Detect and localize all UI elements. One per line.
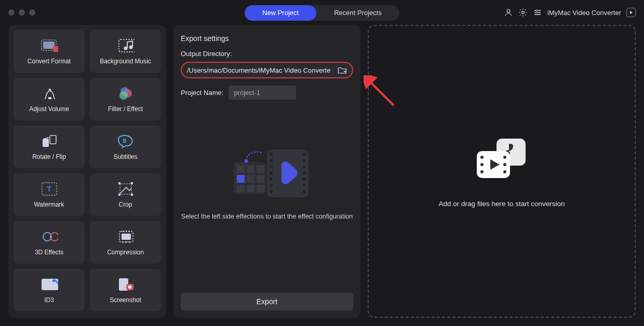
- tile-screenshot[interactable]: Screenshot: [90, 269, 161, 311]
- svg-point-63: [480, 170, 484, 173]
- tile-label: Screenshot: [110, 296, 141, 304]
- svg-point-58: [245, 159, 248, 163]
- tile-subtitles[interactable]: S Subtitles: [90, 126, 161, 168]
- svg-point-0: [507, 9, 510, 12]
- tile-label: Subtitles: [113, 153, 137, 160]
- tile-filter-effect[interactable]: Filter / Effect: [90, 78, 161, 120]
- output-directory-field[interactable]: /Users/mac/Documents/iMyMac Video Conver…: [181, 62, 353, 78]
- titlebar: New Project Recent Projects iMyMac Video…: [0, 0, 644, 25]
- svg-rect-38: [270, 178, 273, 181]
- tile-id3[interactable]: ID3: [14, 269, 85, 311]
- app-title: iMyMac Video Converter: [547, 9, 621, 17]
- svg-rect-36: [270, 165, 273, 168]
- file-drop-zone[interactable]: Add or drag files here to start conversi…: [368, 25, 636, 318]
- svg-rect-3: [43, 42, 55, 49]
- svg-point-9: [45, 98, 46, 99]
- titlebar-right: iMyMac Video Converter: [504, 8, 636, 17]
- svg-point-65: [503, 163, 506, 166]
- tile-label: Convert Format: [28, 58, 71, 65]
- tile-crop[interactable]: Crop: [90, 173, 161, 216]
- svg-rect-45: [303, 178, 305, 181]
- tile-label: 3D Effects: [35, 249, 63, 256]
- window-controls: [8, 9, 35, 16]
- svg-rect-21: [131, 182, 133, 184]
- project-tabs: New Project Recent Projects: [245, 5, 399, 21]
- rotate-flip-icon: [41, 133, 58, 149]
- tile-convert-format[interactable]: Convert Format: [14, 30, 85, 73]
- drop-zone-hint: Add or drag files here to start conversi…: [438, 200, 565, 208]
- tab-recent-projects[interactable]: Recent Projects: [316, 5, 399, 21]
- tile-adjust-volume[interactable]: Adjust Volume: [14, 78, 85, 120]
- svg-rect-14: [43, 139, 49, 147]
- svg-point-32: [128, 286, 131, 289]
- tile-label: Crop: [118, 201, 132, 208]
- tile-label: Filter / Effect: [108, 105, 143, 113]
- tile-rotate-flip[interactable]: Rotate / Flip: [14, 126, 85, 168]
- tab-new-project[interactable]: New Project: [245, 5, 316, 21]
- tile-label: Adjust Volume: [29, 105, 69, 113]
- tile-label: Watermark: [34, 201, 64, 208]
- id3-icon: [41, 277, 58, 292]
- svg-rect-46: [303, 184, 305, 187]
- minimize-window-button[interactable]: [19, 9, 25, 16]
- menu-icon[interactable]: [533, 8, 542, 17]
- watermark-icon: T: [41, 181, 58, 197]
- svg-point-64: [503, 156, 506, 159]
- svg-point-62: [480, 163, 484, 166]
- tile-background-music[interactable]: Background Music: [90, 30, 161, 73]
- svg-point-29: [52, 280, 55, 282]
- background-music-icon: [117, 38, 135, 53]
- 3d-effects-icon: [41, 229, 58, 244]
- svg-point-61: [480, 156, 484, 159]
- tile-compression[interactable]: Compression: [90, 221, 161, 264]
- svg-rect-56: [257, 185, 264, 193]
- account-icon[interactable]: [504, 8, 513, 17]
- tile-label: ID3: [44, 296, 54, 304]
- svg-rect-40: [270, 190, 273, 193]
- effect-preview-placeholder: [220, 145, 314, 202]
- svg-text:S: S: [123, 138, 126, 144]
- svg-rect-20: [118, 182, 120, 184]
- compression-icon: [117, 229, 135, 244]
- svg-rect-53: [257, 175, 264, 183]
- svg-rect-23: [131, 194, 133, 196]
- svg-rect-19: [120, 184, 131, 194]
- svg-rect-44: [303, 171, 305, 174]
- export-settings-panel: Export settings Output Directory: /Users…: [173, 25, 360, 318]
- svg-rect-34: [270, 153, 273, 156]
- drop-zone-icon: [471, 135, 533, 184]
- close-window-button[interactable]: [8, 9, 15, 16]
- adjust-volume-icon: [41, 86, 58, 101]
- svg-rect-22: [118, 194, 120, 196]
- svg-rect-35: [270, 159, 273, 162]
- svg-rect-57: [237, 175, 245, 183]
- app-logo-icon: [626, 8, 636, 17]
- tile-label: Compression: [107, 249, 144, 256]
- svg-point-1: [522, 11, 525, 14]
- svg-rect-54: [237, 185, 245, 193]
- svg-rect-39: [270, 184, 273, 187]
- svg-rect-42: [303, 159, 305, 162]
- svg-rect-52: [247, 175, 254, 183]
- convert-format-icon: [41, 38, 58, 53]
- maximize-window-button[interactable]: [29, 9, 35, 16]
- svg-rect-47: [303, 190, 305, 193]
- tile-label: Background Music: [100, 58, 151, 65]
- output-directory-value: /Users/mac/Documents/iMyMac Video Conver…: [187, 66, 334, 74]
- crop-icon: [117, 181, 135, 197]
- svg-rect-51: [257, 165, 264, 173]
- browse-folder-icon[interactable]: [338, 66, 347, 74]
- export-button[interactable]: Export: [181, 293, 353, 310]
- svg-rect-41: [303, 153, 305, 156]
- project-name-input[interactable]: [229, 86, 296, 100]
- effect-config-hint: Select the left side effections to start…: [181, 212, 353, 222]
- svg-rect-50: [247, 165, 254, 173]
- project-name-label: Project Name:: [181, 89, 223, 97]
- export-settings-title: Export settings: [181, 34, 353, 43]
- svg-rect-49: [237, 165, 245, 173]
- svg-rect-43: [303, 165, 305, 168]
- tile-watermark[interactable]: T Watermark: [14, 173, 85, 216]
- svg-point-13: [119, 91, 128, 100]
- tile-3d-effects[interactable]: 3D Effects: [14, 221, 85, 264]
- gear-icon[interactable]: [518, 8, 528, 17]
